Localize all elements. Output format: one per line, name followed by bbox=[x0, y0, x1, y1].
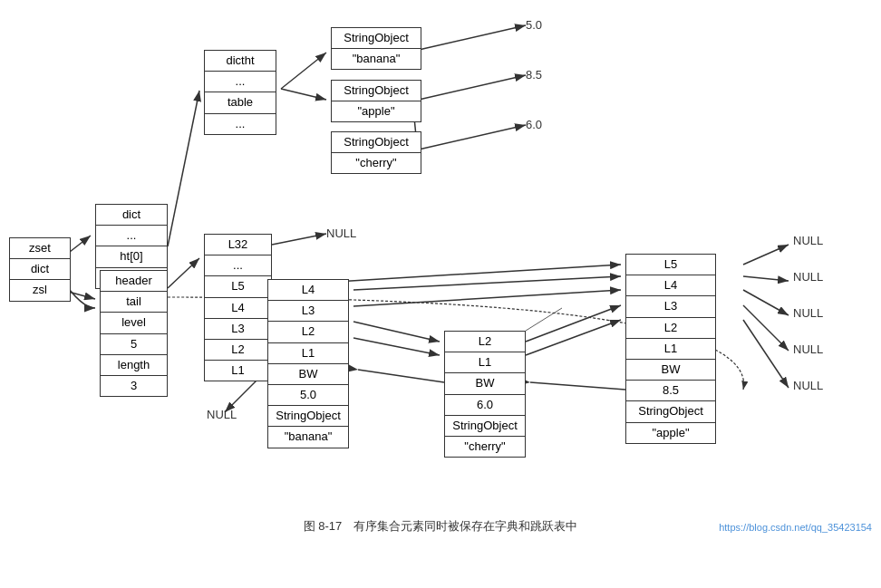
node2-l2: L2 bbox=[445, 332, 525, 352]
node1-bw: BW bbox=[268, 364, 348, 385]
string-banana-value: "banana" bbox=[332, 49, 421, 69]
zset-cell-dict: dict bbox=[10, 259, 70, 280]
node1-box: L4 L3 L2 L1 BW 5.0 StringObject "banana" bbox=[267, 279, 349, 448]
null-l32: NULL bbox=[326, 227, 356, 240]
caption-text: 图 8-17 有序集合元素同时被保存在字典和跳跃表中 bbox=[304, 519, 578, 533]
dict-cell-dots: ... bbox=[96, 226, 167, 246]
node2-l1: L1 bbox=[445, 352, 525, 373]
node3-box: L5 L4 L3 L2 L1 BW 8.5 StringObject "appl… bbox=[625, 254, 716, 444]
node1-strobj: StringObject bbox=[268, 406, 348, 427]
node3-apple: "apple" bbox=[626, 423, 715, 443]
sl-header-l4: L4 bbox=[205, 298, 271, 319]
null-right-l2: NULL bbox=[793, 342, 823, 356]
null-right-l5: NULL bbox=[793, 234, 823, 247]
zsl-header-header: header bbox=[101, 271, 167, 292]
string-banana-label: StringObject bbox=[332, 28, 421, 49]
zsl-header-tail: tail bbox=[101, 292, 167, 313]
dict-cell-ht0: ht[0] bbox=[96, 246, 167, 267]
sl-header-l1: L1 bbox=[205, 361, 271, 381]
string-cherry-box: StringObject "cherry" bbox=[331, 131, 421, 174]
score-85: 8.5 bbox=[526, 68, 542, 82]
node3-l5: L5 bbox=[626, 255, 715, 275]
zset-cell-zset: zset bbox=[10, 238, 70, 259]
node3-score: 8.5 bbox=[626, 381, 715, 401]
diagram: zset dict zsl dict ... ht[0] ... dictht … bbox=[0, 0, 881, 544]
zsl-header-length-label: length bbox=[101, 355, 167, 376]
watermark: https://blog.csdn.net/qq_35423154 bbox=[719, 522, 872, 533]
string-cherry-label: StringObject bbox=[332, 132, 421, 153]
node1-score: 5.0 bbox=[268, 385, 348, 406]
sl-header-l2: L2 bbox=[205, 340, 271, 361]
dictht-cell-dictht: dictht bbox=[205, 51, 276, 72]
node1-l4: L4 bbox=[268, 280, 348, 301]
node1-l1: L1 bbox=[268, 343, 348, 364]
score-60: 6.0 bbox=[526, 118, 542, 131]
zsl-header-box: header tail level 5 length 3 bbox=[100, 270, 168, 397]
dictht-cell-dots: ... bbox=[205, 72, 276, 92]
zset-box: zset dict zsl bbox=[9, 237, 71, 302]
string-banana-box: StringObject "banana" bbox=[331, 27, 421, 70]
null-right-l3: NULL bbox=[793, 306, 823, 320]
node3-l1: L1 bbox=[626, 339, 715, 360]
null-right-l1: NULL bbox=[793, 379, 823, 392]
node2-bw: BW bbox=[445, 373, 525, 394]
sl-header-l5: L5 bbox=[205, 276, 271, 297]
zsl-header-level-value: 5 bbox=[101, 334, 167, 355]
node3-bw: BW bbox=[626, 360, 715, 381]
zset-cell-zsl: zsl bbox=[10, 280, 70, 300]
dictht-box: dictht ... table ... bbox=[204, 50, 276, 135]
node3-l3: L3 bbox=[626, 296, 715, 317]
zsl-header-level-label: level bbox=[101, 313, 167, 333]
sl-header-l32: L32 bbox=[205, 235, 271, 255]
dictht-cell-dots2: ... bbox=[205, 114, 276, 134]
sl-header-dots: ... bbox=[205, 255, 271, 276]
node2-score: 6.0 bbox=[445, 395, 525, 416]
node3-l2: L2 bbox=[626, 318, 715, 339]
node1-l3: L3 bbox=[268, 301, 348, 322]
string-cherry-value: "cherry" bbox=[332, 153, 421, 173]
dict-cell-dict: dict bbox=[96, 205, 167, 226]
score-50: 5.0 bbox=[526, 18, 542, 32]
node3-strobj: StringObject bbox=[626, 401, 715, 422]
string-apple-value: "apple" bbox=[332, 101, 421, 121]
node3-l4: L4 bbox=[626, 275, 715, 296]
node1-banana: "banana" bbox=[268, 427, 348, 447]
zsl-header-length-value: 3 bbox=[101, 376, 167, 396]
node1-l2: L2 bbox=[268, 322, 348, 342]
node2-strobj: StringObject bbox=[445, 416, 525, 437]
node2-cherry: "cherry" bbox=[445, 437, 525, 457]
skiplist-header-box: L32 ... L5 L4 L3 L2 L1 bbox=[204, 234, 272, 381]
node2-box: L2 L1 BW 6.0 StringObject "cherry" bbox=[444, 331, 526, 458]
string-apple-label: StringObject bbox=[332, 81, 421, 101]
dictht-cell-table: table bbox=[205, 92, 276, 113]
sl-header-l3: L3 bbox=[205, 319, 271, 340]
null-bw: NULL bbox=[207, 408, 237, 421]
null-right-l4: NULL bbox=[793, 270, 823, 284]
string-apple-box: StringObject "apple" bbox=[331, 80, 421, 122]
